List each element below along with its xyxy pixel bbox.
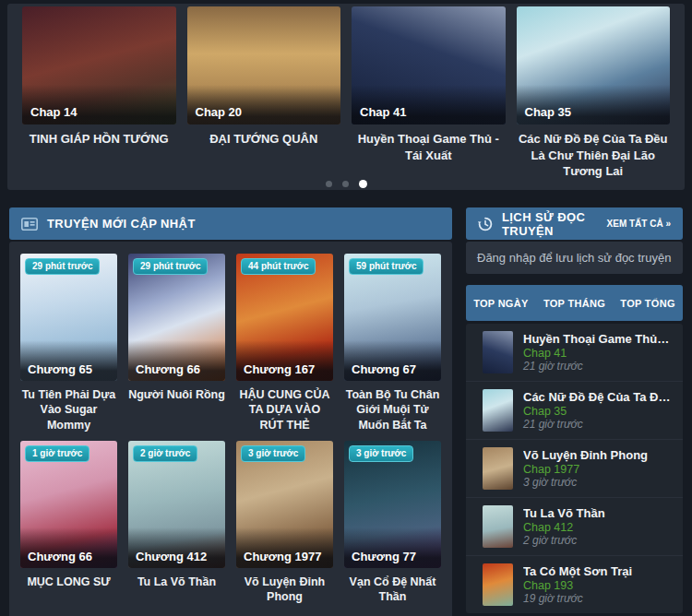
- comic-title: HẬU CUNG CỦA TA DỰA VÀO RÚT THẺ: [236, 387, 333, 432]
- chapter-label: Chương 77: [344, 527, 441, 568]
- comic-thumbnail: [483, 447, 513, 490]
- comic-cover-image: 29 phút trước Chương 66: [128, 254, 225, 381]
- top-item-info: Huyền Thoại Game Thủ - Tái Xuất Chap 41 …: [523, 331, 671, 373]
- top-list-item[interactable]: Huyền Thoại Game Thủ - Tái Xuất Chap 41 …: [466, 324, 683, 382]
- slide-cover-image: Chap 35: [517, 6, 671, 124]
- comic-title: Người Nuôi Rồng: [128, 387, 225, 418]
- top-list-item[interactable]: Tu La Võ Thần Chap 412 2 giờ trước: [466, 498, 683, 556]
- comic-thumbnail: [483, 505, 513, 548]
- comic-cover-image: 2 giờ trước Chương 412: [128, 441, 225, 568]
- top-tab[interactable]: TOP TỔNG: [620, 298, 674, 309]
- top-item-chapter: Chap 1977: [523, 463, 648, 476]
- history-title: LỊCH SỬ ĐỌC TRUYỆN: [502, 210, 607, 238]
- top-item-title: Huyền Thoại Game Thủ - Tái Xuất: [523, 332, 671, 346]
- chapter-label: Chương 67: [344, 340, 441, 381]
- top-item-info: Các Nữ Đồ Đệ Của Ta Đều Là Chư Thiên Đại…: [523, 389, 671, 432]
- carousel-dot[interactable]: [342, 181, 349, 187]
- slide-cover-image: Chap 14: [22, 6, 176, 124]
- newspaper-icon: [21, 218, 38, 231]
- comic-cover-image: 3 giờ trước Chương 1977: [236, 441, 333, 568]
- time-badge: 44 phút trước: [241, 258, 316, 275]
- top-item-title: Ta Có Một Sơn Trại: [523, 564, 632, 578]
- comic-card[interactable]: 29 phút trước Chương 66 Người Nuôi Rồng: [128, 254, 225, 432]
- carousel-dots: [22, 180, 670, 190]
- top-item-time: 2 giờ trước: [523, 534, 605, 547]
- comic-cover-image: 44 phút trước Chương 167: [236, 254, 333, 381]
- comic-title: MỤC LONG SƯ: [20, 575, 117, 605]
- top-item-chapter: Chap 412: [523, 521, 605, 534]
- comic-card[interactable]: 3 giờ trước Chương 77 Vạn Cổ Đệ Nhất Thầ…: [344, 441, 441, 605]
- comic-thumbnail: [483, 389, 513, 432]
- carousel-dot[interactable]: [326, 181, 332, 187]
- chapter-label: Chương 1977: [236, 527, 333, 568]
- comic-cover-image: 3 giờ trước Chương 77: [344, 441, 441, 568]
- slide-cover-image: Chap 41: [352, 6, 506, 124]
- slide-title: TINH GIÁP HỒN TƯỚNG: [22, 131, 176, 148]
- top-list-item[interactable]: Võ Luyện Đỉnh Phong Chap 1977 3 giờ trướ…: [466, 440, 683, 498]
- chapter-label: Chap 35: [517, 85, 671, 124]
- top-tabs: TOP NGÀY TOP THÁNG TOP TỔNG: [466, 285, 683, 321]
- history-icon: [478, 217, 493, 231]
- top-tab[interactable]: TOP THÁNG: [543, 298, 605, 309]
- comic-card[interactable]: 29 phút trước Chương 65 Tu Tiên Phải Dựa…: [20, 254, 117, 432]
- view-all-link[interactable]: XEM TẤT CẢ »: [607, 219, 671, 229]
- chapter-label: Chương 65: [20, 340, 117, 381]
- comic-title: Toàn Bộ Tu Chân Giới Muội Tử Muốn Bắt Ta: [344, 387, 441, 432]
- top-list-item[interactable]: Các Nữ Đồ Đệ Của Ta Đều Là Chư Thiên Đại…: [466, 382, 683, 440]
- slide-cover-image: Chap 20: [187, 6, 341, 124]
- chapter-label: Chap 20: [187, 85, 341, 124]
- featured-slide[interactable]: Chap 35 Các Nữ Đồ Đệ Của Ta Đều Là Chư T…: [517, 6, 671, 180]
- chapter-label: Chương 167: [236, 340, 333, 381]
- time-badge: 1 giờ trước: [25, 445, 89, 462]
- time-badge: 2 giờ trước: [133, 445, 197, 462]
- comics-grid: 29 phút trước Chương 65 Tu Tiên Phải Dựa…: [20, 254, 441, 605]
- top-item-chapter: Chap 35: [523, 405, 671, 418]
- comic-title: Vạn Cổ Đệ Nhất Thần: [344, 575, 441, 605]
- time-badge: 29 phút trước: [25, 258, 100, 275]
- time-badge: 59 phút trước: [349, 258, 424, 275]
- top-item-time: 19 giờ trước: [523, 592, 632, 605]
- time-badge: 29 phút trước: [133, 258, 208, 275]
- comic-card[interactable]: 44 phút trước Chương 167 HẬU CUNG CỦA TA…: [236, 254, 333, 432]
- slide-title: Các Nữ Đồ Đệ Của Ta Đều Là Chư Thiên Đại…: [517, 131, 671, 180]
- slide-title: Huyền Thoại Game Thủ - Tái Xuất: [352, 131, 506, 163]
- comic-card[interactable]: 3 giờ trước Chương 1977 Võ Luyện Đỉnh Ph…: [236, 441, 333, 605]
- top-item-info: Tu La Võ Thần Chap 412 2 giờ trước: [523, 505, 605, 548]
- chapter-label: Chap 14: [22, 85, 176, 124]
- top-item-time: 3 giờ trước: [523, 476, 648, 489]
- chapter-label: Chương 412: [128, 527, 225, 568]
- comic-title: Võ Luyện Đỉnh Phong: [236, 575, 333, 605]
- sidebar: LỊCH SỬ ĐỌC TRUYỆN XEM TẤT CẢ » Đăng nhậ…: [466, 207, 683, 613]
- top-list-item[interactable]: Ta Có Một Sơn Trại Chap 193 19 giờ trước: [466, 556, 683, 613]
- comic-cover-image: 29 phút trước Chương 65: [20, 254, 117, 381]
- time-badge: 3 giờ trước: [349, 445, 413, 462]
- top-tab[interactable]: TOP NGÀY: [473, 298, 528, 309]
- chapter-label: Chap 41: [352, 85, 506, 124]
- comic-card[interactable]: 59 phút trước Chương 67 Toàn Bộ Tu Chân …: [344, 254, 441, 432]
- latest-updates-section: TRUYỆN MỚI CẬP NHẬT 29 phút trước Chương…: [9, 207, 452, 616]
- latest-grid-panel: 29 phút trước Chương 65 Tu Tiên Phải Dựa…: [9, 242, 452, 616]
- featured-slide[interactable]: Chap 41 Huyền Thoại Game Thủ - Tái Xuất: [352, 6, 506, 180]
- comic-cover-image: 1 giờ trước Chương 66: [20, 441, 117, 568]
- top-list: Huyền Thoại Game Thủ - Tái Xuất Chap 41 …: [466, 324, 683, 613]
- top-item-chapter: Chap 193: [523, 579, 632, 592]
- top-item-title: Các Nữ Đồ Đệ Của Ta Đều Là Chư Thiên Đại…: [523, 390, 671, 404]
- featured-carousel: Chap 14 TINH GIÁP HỒN TƯỚNG Chap 20 ĐẠI …: [7, 4, 685, 190]
- featured-slide[interactable]: Chap 14 TINH GIÁP HỒN TƯỚNG: [22, 6, 176, 180]
- comic-card[interactable]: 1 giờ trước Chương 66 MỤC LONG SƯ: [20, 441, 117, 605]
- manga-site-page: Chap 14 TINH GIÁP HỒN TƯỚNG Chap 20 ĐẠI …: [0, 0, 692, 616]
- login-note: Đăng nhập để lưu lịch sử đọc truyện: [466, 242, 683, 274]
- chapter-label: Chương 66: [20, 527, 117, 568]
- comic-title: Tu La Võ Thần: [128, 575, 225, 605]
- carousel-dot[interactable]: [359, 180, 367, 188]
- featured-slide[interactable]: Chap 20 ĐẠI TƯỚNG QUÂN: [187, 6, 341, 180]
- comic-title: Tu Tiên Phải Dựa Vào Sugar Mommy: [20, 387, 117, 432]
- top-item-time: 21 giờ trước: [523, 360, 671, 373]
- top-item-info: Ta Có Một Sơn Trại Chap 193 19 giờ trước: [523, 563, 632, 606]
- time-badge: 3 giờ trước: [241, 445, 305, 462]
- comic-card[interactable]: 2 giờ trước Chương 412 Tu La Võ Thần: [128, 441, 225, 605]
- slide-title: ĐẠI TƯỚNG QUÂN: [187, 131, 341, 148]
- latest-section-header: TRUYỆN MỚI CẬP NHẬT: [9, 207, 452, 240]
- top-item-title: Tu La Võ Thần: [523, 506, 605, 520]
- top-item-time: 21 giờ trước: [523, 418, 671, 431]
